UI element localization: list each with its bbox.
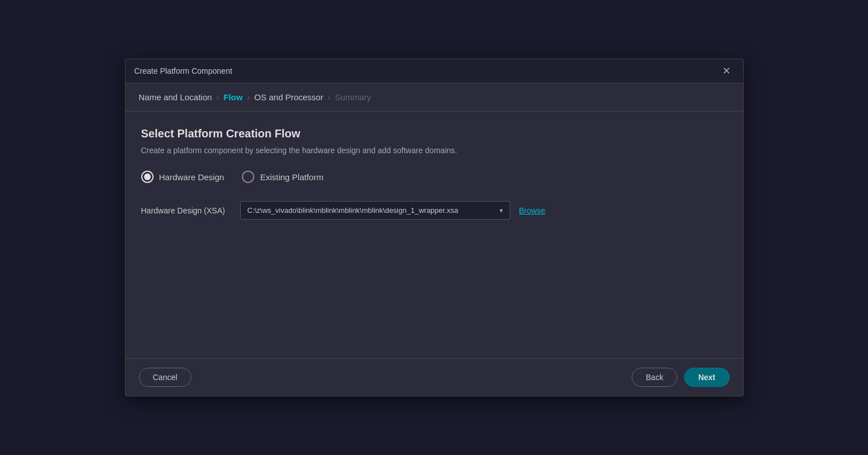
radio-existing-platform-label: Existing Platform <box>260 172 323 182</box>
xsa-select[interactable]: C:\z\ws_vivado\blink\mblink\mblink\mblin… <box>240 201 510 220</box>
footer-right: Back Next <box>632 368 729 387</box>
radio-hardware-design-circle[interactable] <box>141 171 154 183</box>
radio-hardware-design-inner <box>144 173 151 180</box>
cancel-button[interactable]: Cancel <box>139 368 192 387</box>
dialog-footer: Cancel Back Next <box>125 358 743 396</box>
section-title: Select Platform Creation Flow <box>141 127 727 140</box>
back-button[interactable]: Back <box>632 368 677 387</box>
breadcrumb-summary: Summary <box>335 92 371 102</box>
breadcrumb-os-processor: OS and Processor <box>254 92 323 102</box>
breadcrumb-flow: Flow <box>223 92 242 102</box>
create-platform-dialog: Create Platform Component ✕ Name and Loc… <box>125 59 744 396</box>
radio-hardware-design-label: Hardware Design <box>159 172 224 182</box>
xsa-select-value: C:\z\ws_vivado\blink\mblink\mblink\mblin… <box>248 206 495 215</box>
dialog-body: Select Platform Creation Flow Create a p… <box>125 111 743 396</box>
field-label-xsa: Hardware Design (XSA) <box>141 206 231 215</box>
breadcrumb-sep-1: › <box>217 93 219 102</box>
close-button[interactable]: ✕ <box>719 65 734 77</box>
breadcrumb: Name and Location › Flow › OS and Proces… <box>125 83 743 111</box>
dialog-title: Create Platform Component <box>134 66 232 75</box>
radio-hardware-design[interactable]: Hardware Design <box>141 171 224 183</box>
browse-button[interactable]: Browse <box>519 206 546 215</box>
radio-existing-platform-circle[interactable] <box>242 171 254 183</box>
radio-group: Hardware Design Existing Platform <box>141 171 727 183</box>
section-desc: Create a platform component by selecting… <box>141 146 727 155</box>
hardware-design-field-row: Hardware Design (XSA) C:\z\ws_vivado\bli… <box>141 201 727 220</box>
breadcrumb-sep-3: › <box>328 93 331 102</box>
radio-existing-platform[interactable]: Existing Platform <box>242 171 323 183</box>
next-button[interactable]: Next <box>684 368 729 387</box>
chevron-down-icon: ▾ <box>500 207 503 215</box>
dialog-title-bar: Create Platform Component ✕ <box>125 59 743 83</box>
breadcrumb-name-and-location: Name and Location <box>139 92 212 102</box>
breadcrumb-sep-2: › <box>247 93 250 102</box>
